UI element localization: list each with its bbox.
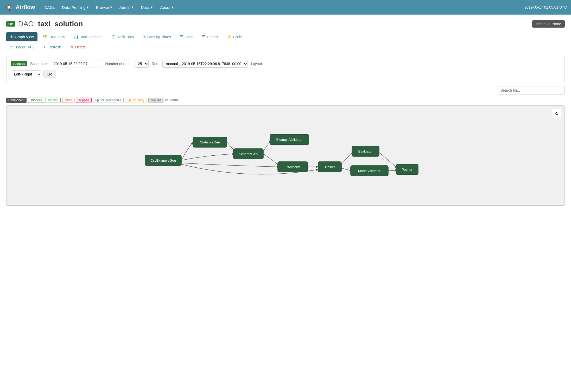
filter-row-1: success Base date: Number of runs: 25 10… [11, 60, 560, 68]
refresh-graph-icon: ↻ [555, 111, 559, 116]
code-icon: ⚡ [226, 34, 232, 39]
bar-chart-icon: 📊 [73, 34, 79, 39]
node-pusher-label: Pusher [402, 168, 413, 172]
delete-icon: ⊗ [71, 45, 74, 49]
edge-trainer-modelval [341, 168, 352, 171]
node-schema-label: SchemaGen [239, 152, 258, 156]
nav-data-profiling[interactable]: Data Profiling ▾ [59, 3, 92, 12]
edge-csv-schema [181, 154, 235, 160]
base-date-label: Base date: [30, 62, 48, 66]
component-label: Component [6, 98, 27, 103]
legend-row: Component success running failed skipped… [6, 98, 565, 103]
node-modelval-label: ModelValidator [358, 169, 380, 173]
svg-marker-7 [5, 4, 8, 7]
edge-schema-transform [263, 154, 279, 166]
runs-label: Number of runs: [105, 62, 131, 66]
dag-title-row: On DAG: taxi_solution [6, 20, 83, 28]
edge-trainer-evaluator [341, 153, 353, 164]
brand: Airflow [4, 3, 35, 12]
refresh-icon: ↻ [44, 45, 47, 49]
tab-graph-view[interactable]: ✳ Graph View [6, 32, 37, 41]
legend-retry: up_for_retry [125, 98, 147, 103]
node-stats-label: StatisticsGen [200, 140, 220, 144]
navbar: Airflow DAGs Data Profiling ▾ Browse ▾ A… [0, 0, 571, 15]
nav-docs[interactable]: Docs ▾ [138, 3, 156, 12]
airflow-logo [4, 3, 14, 12]
on-badge[interactable]: On [6, 21, 15, 27]
run-label: Run: [152, 62, 160, 66]
node-csv-label: CsvExampleGen [150, 159, 176, 162]
edge-csv-stats [181, 142, 193, 160]
nav-browse[interactable]: Browse ▾ [93, 3, 115, 12]
runs-select[interactable]: 25 10 50 [135, 60, 149, 68]
tab-task-duration[interactable]: 📊 Task Duration [70, 32, 106, 41]
graph-container: ↻ [6, 105, 565, 206]
legend-queued: queued [148, 98, 163, 103]
legend-skipped: skipped [76, 98, 91, 103]
node-evaluator-label: Evaluator [358, 149, 373, 153]
gantt-icon: ☰ [179, 34, 183, 39]
status-filter-badge[interactable]: success [11, 61, 27, 66]
brand-name: Airflow [16, 4, 35, 11]
tab-details[interactable]: ☰ Details [198, 32, 222, 41]
base-date-input[interactable] [51, 60, 102, 67]
layout-select[interactable]: Left->Right Top->Bottom [11, 70, 41, 78]
nav-admin[interactable]: Admin ▾ [116, 3, 137, 12]
refresh-graph-button[interactable]: ↻ [552, 109, 561, 118]
task-tries-icon: 📋 [111, 34, 116, 39]
main-content: On DAG: taxi_solution schedule: None ✳ G… [0, 15, 571, 392]
svg-point-8 [8, 6, 10, 9]
action-bar: ⊙ Trigger DAG ↻ Refresh ⊗ Delete [6, 43, 565, 51]
legend-running: running [46, 98, 61, 103]
filter-row-2: Left->Right Top->Bottom Go [11, 70, 560, 78]
dag-graph: CsvExampleGen StatisticsGen SchemaGen Ex… [12, 111, 559, 199]
landing-icon: ✈ [142, 34, 146, 39]
node-exval-label: ExampleValidator [276, 138, 303, 142]
run-select[interactable]: manual__2019-05-16T22:29:06.817838+00:00 [162, 60, 248, 68]
details-icon: ☰ [202, 34, 205, 39]
refresh-button[interactable]: ↻ Refresh [41, 43, 64, 51]
trigger-icon: ⊙ [9, 45, 12, 49]
tab-task-tries[interactable]: 📋 Task Tries [107, 32, 138, 41]
tab-bar: ✳ Graph View 🌱 Tree View 📊 Task Duration… [6, 32, 565, 41]
node-transform-label: Transform [285, 165, 300, 169]
go-button[interactable]: Go [43, 71, 56, 78]
nav-about[interactable]: About ▾ [157, 3, 176, 12]
tab-landing-times[interactable]: ✈ Landing Times [139, 32, 175, 41]
search-row [6, 86, 565, 94]
trigger-dag-button[interactable]: ⊙ Trigger DAG [6, 43, 37, 51]
legend-success: success [28, 98, 44, 103]
filter-bar: success Base date: Number of runs: 25 10… [6, 56, 565, 82]
edge-csv-transform [181, 163, 279, 167]
dag-title: DAG: taxi_solution [18, 20, 83, 28]
nav-dags[interactable]: DAGs [41, 3, 58, 12]
layout-label: Layout: [251, 62, 263, 66]
tab-tree-view[interactable]: 🌱 Tree View [39, 32, 69, 41]
legend-nostatus: no_status [165, 98, 179, 102]
delete-button[interactable]: ⊗ Delete [67, 43, 89, 51]
search-input[interactable] [497, 86, 565, 94]
legend-failed: failed [62, 98, 74, 103]
schedule-badge: schedule: None [532, 20, 565, 28]
legend-reschedule: up_for_reschedule [93, 98, 124, 103]
tree-icon: 🌱 [42, 34, 47, 39]
tab-gantt[interactable]: ☰ Gantt [176, 32, 197, 41]
nav-timestamp: 2019-05-17 01:05:01 UTC [524, 5, 567, 9]
graph-icon: ✳ [10, 34, 13, 39]
node-trainer-label: Trainer [325, 165, 335, 169]
nav-links: DAGs Data Profiling ▾ Browse ▾ Admin ▾ D… [41, 3, 525, 12]
dag-header: On DAG: taxi_solution schedule: None [6, 20, 565, 28]
tab-code[interactable]: ⚡ Code [223, 32, 245, 41]
